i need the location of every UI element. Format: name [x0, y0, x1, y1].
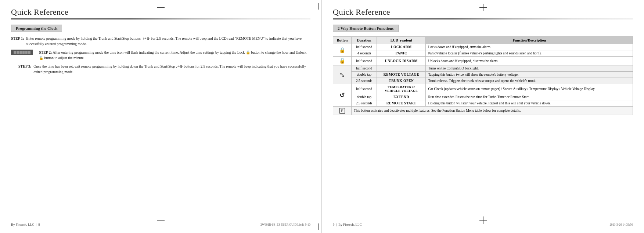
section-header-left: Programming the Clock	[11, 25, 62, 32]
bottom-crosshair-left	[157, 216, 165, 224]
corner-mark-tl	[3, 3, 10, 10]
corner-mark-br-r	[634, 223, 641, 230]
duration-cell: 4 seconds	[352, 50, 377, 57]
table-row: double tap EXTEND Run time extender. Res…	[333, 94, 633, 100]
duration-cell: half second	[352, 65, 377, 72]
table-row: 4 seconds PANIC Panic/vehicle locater (f…	[333, 50, 633, 57]
th-button: Button	[333, 37, 352, 44]
lcd-cell: PANIC	[377, 50, 426, 57]
table-row: ⤣ half second Turns on the CompuGLO back…	[333, 65, 633, 72]
table-row: 🔒 half second LOCK ARM Locks doors and i…	[333, 44, 633, 50]
lcd-cell: LOCK ARM	[377, 44, 426, 50]
lcd-cell: TEMPERATURE/VEHICLE VOLTAGE	[377, 84, 426, 94]
duration-cell: double tap	[352, 94, 377, 100]
desc-cell: Tapping this button twice will show the …	[426, 72, 633, 78]
content-left: STEP 1: Enter remote programming mode by…	[11, 36, 310, 75]
icon-function: F	[333, 107, 352, 115]
table-container: Button Duration LCD readout Function/Des…	[333, 36, 633, 115]
corner-mark-bl-r	[325, 223, 331, 230]
duration-cell: 2.5 seconds	[352, 100, 377, 107]
duration-cell: 2.5 seconds	[352, 78, 377, 84]
table-row: 🔓 half second UNLOCK DISARM Unlocks door…	[333, 57, 633, 65]
table-row: 2.5 seconds REMOTE START Holding this bu…	[333, 100, 633, 107]
footer-file-right: 2011-3-26 14:33:56	[610, 223, 633, 226]
icon-trunk: ⤣	[333, 65, 352, 84]
table-row: double tap REMOTE VOLTAGE Tapping this b…	[333, 72, 633, 78]
table-header-row: Button Duration LCD readout Function/Des…	[333, 37, 633, 44]
desc-cell-function: This button activates and deactivates mu…	[352, 107, 633, 115]
desc-cell: Locks doors and if equipped, arms the al…	[426, 44, 633, 50]
step1-label: STEP 1:	[11, 36, 24, 41]
icon-remote-start: ↺	[333, 84, 352, 107]
footer-brand-left: By Firstech, LLC | 8	[11, 223, 40, 226]
corner-mark-br	[312, 223, 319, 230]
desc-cell: Holding this button will start your vehi…	[426, 100, 633, 107]
top-crosshair-left	[157, 4, 165, 11]
step3-label: STEP 3:	[18, 64, 31, 69]
duration-cell: half second	[352, 57, 377, 65]
corner-mark-tr-r	[634, 3, 641, 10]
step3-block: STEP 3: Once the time has been set, exit…	[18, 64, 310, 75]
table-row-function: F This button activates and deactivates …	[333, 107, 633, 115]
corner-mark-tr	[312, 3, 319, 10]
step3-text: Once the time has been set, exit remote …	[33, 64, 310, 75]
step2-block: STEP 2: After entering programming mode …	[11, 50, 310, 61]
lcd-cell: REMOTE START	[377, 100, 426, 107]
desc-cell: Trunk release. Triggers the trunk releas…	[426, 78, 633, 84]
left-page: Quick Reference Programming the Clock ST…	[0, 0, 322, 233]
footer-page-right: 9 | By Firstech, LLC	[333, 223, 362, 226]
right-page: Quick Reference 2 Way Remote Button Func…	[322, 0, 644, 233]
step2-text: After entering programming mode the time…	[39, 50, 306, 60]
desc-cell: Unlocks doors and if equipped, disarms t…	[426, 57, 633, 65]
table-row: ↺ half second TEMPERATURE/VEHICLE VOLTAG…	[333, 84, 633, 94]
duration-cell: half second	[352, 84, 377, 94]
bottom-crosshair-right	[479, 216, 487, 224]
desc-cell: Panic/vehicle locater (flashes vehicle's…	[426, 50, 633, 57]
icon-unlock: 🔓	[333, 57, 352, 65]
duration-cell: half second	[352, 44, 377, 50]
lcd-cell: UNLOCK DISARM	[377, 57, 426, 65]
title-rule-left	[11, 18, 310, 19]
step2-label: STEP 2:	[39, 50, 52, 54]
desc-cell: Run time extender. Resets the run time f…	[426, 94, 633, 100]
table-row: 2.5 seconds TRUNK OPEN Trunk release. Tr…	[333, 78, 633, 84]
corner-mark-tl-r	[325, 3, 331, 10]
top-crosshair-right	[479, 4, 487, 11]
desc-cell: Turns on the CompuGLO backlight.	[426, 65, 633, 72]
step2-text-block: STEP 2: After entering programming mode …	[39, 50, 310, 61]
step2-icon	[11, 50, 33, 55]
desc-cell: Car Check (updates vehicle status on rem…	[426, 84, 633, 94]
title-rule-right	[333, 18, 633, 19]
th-duration: Duration	[352, 37, 377, 44]
lcd-cell: REMOTE VOLTAGE	[377, 72, 426, 78]
th-lcd: LCD readout	[377, 37, 426, 44]
lcd-cell: EXTEND	[377, 94, 426, 100]
duration-cell: double tap	[352, 72, 377, 78]
icon-lock: 🔒	[333, 44, 352, 57]
th-function: Function/Description	[426, 37, 633, 44]
remote-functions-table: Button Duration LCD readout Function/Des…	[333, 36, 633, 115]
footer-file-left: 2W901R-SS_ES USER GUIDE.indd 9-10	[260, 223, 310, 226]
step1-text: Enter remote programming mode by holding…	[26, 36, 310, 47]
corner-mark-bl	[3, 223, 10, 230]
lcd-cell: TRUNK OPEN	[377, 78, 426, 84]
step1-block: STEP 1: Enter remote programming mode by…	[11, 36, 310, 47]
lcd-cell	[377, 65, 426, 72]
section-header-right: 2 Way Remote Button Functions	[333, 25, 399, 32]
